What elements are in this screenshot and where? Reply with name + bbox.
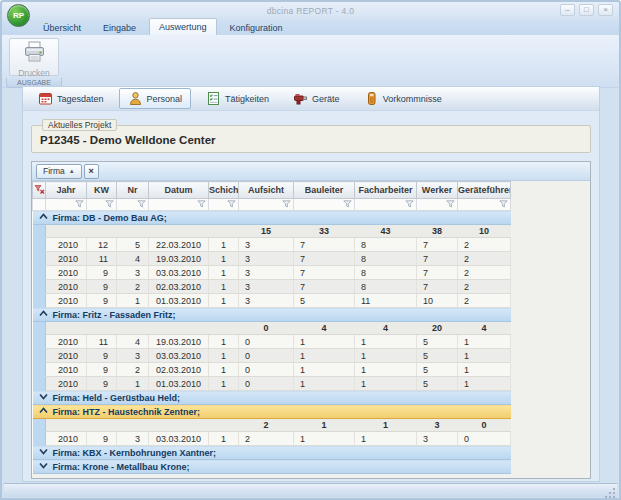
cell-geräteführer[interactable]: 2 — [458, 280, 511, 294]
cell-bauleiter[interactable]: 1 — [294, 363, 355, 377]
cell-schicht[interactable]: 1 — [209, 238, 239, 252]
cell-kw[interactable]: 9 — [87, 377, 117, 391]
app-menu-button[interactable]: RP — [7, 4, 30, 27]
group-row-cell[interactable]: Firma: Held - Gerüstbau Held; — [33, 391, 511, 405]
cell-jahr[interactable]: 2010 — [46, 252, 87, 266]
column-header-aufsicht[interactable]: Aufsicht — [239, 182, 294, 199]
cell-bauleiter[interactable]: 1 — [294, 335, 355, 349]
cell-bauleiter[interactable]: 1 — [294, 349, 355, 363]
view-tab-personal[interactable]: Personal — [119, 88, 192, 109]
filter-icon[interactable] — [499, 200, 508, 210]
collapse-icon[interactable] — [39, 212, 48, 222]
cell-datum[interactable]: 01.03.2010 — [149, 294, 209, 308]
cell-facharbeiter[interactable]: 1 — [355, 377, 417, 391]
data-row[interactable]: 20109202.03.2010101151 — [33, 363, 511, 377]
cell-aufsicht[interactable]: 0 — [239, 377, 294, 391]
cell-kw[interactable]: 9 — [87, 266, 117, 280]
cell-aufsicht[interactable]: 0 — [239, 363, 294, 377]
filter-cell-facharbeiter[interactable] — [355, 199, 417, 211]
cell-geräteführer[interactable]: 1 — [458, 335, 511, 349]
cell-bauleiter[interactable]: 1 — [294, 432, 355, 446]
cell-nr[interactable]: 1 — [117, 294, 149, 308]
cell-bauleiter[interactable]: 1 — [294, 377, 355, 391]
filter-cell-nr[interactable] — [117, 199, 149, 211]
cell-kw[interactable]: 9 — [87, 294, 117, 308]
cell-werker[interactable]: 7 — [417, 266, 458, 280]
group-row[interactable]: Firma: Held - Gerüstbau Held; — [33, 391, 511, 405]
cell-facharbeiter[interactable]: 1 — [355, 335, 417, 349]
ribbon-tab-übersicht[interactable]: Übersicht — [34, 20, 90, 35]
filter-cell-geräteführer[interactable] — [458, 199, 511, 211]
cell-kw[interactable]: 9 — [87, 280, 117, 294]
column-header-kw[interactable]: KW — [87, 182, 117, 199]
data-row[interactable]: 201011419.03.2010101151 — [33, 335, 511, 349]
minimize-button[interactable]: – — [560, 4, 575, 16]
column-header-bauleiter[interactable]: Bauleiter — [294, 182, 355, 199]
cell-kw[interactable]: 9 — [87, 349, 117, 363]
title-bar[interactable]: RP dbcina REPORT - 4.0 – □ × — [2, 2, 619, 20]
filter-icon[interactable] — [105, 200, 114, 210]
data-row[interactable]: 201011419.03.2010137872 — [33, 252, 511, 266]
cell-schicht[interactable]: 1 — [209, 432, 239, 446]
cell-bauleiter[interactable]: 7 — [294, 280, 355, 294]
cell-aufsicht[interactable]: 3 — [239, 294, 294, 308]
expand-icon[interactable] — [39, 447, 48, 457]
cell-jahr[interactable]: 2010 — [46, 432, 87, 446]
collapse-icon[interactable] — [39, 309, 48, 319]
filter-icon[interactable] — [405, 200, 414, 210]
cell-geräteführer[interactable]: 0 — [458, 432, 511, 446]
filter-cell-werker[interactable] — [417, 199, 458, 211]
cell-aufsicht[interactable]: 0 — [239, 335, 294, 349]
resize-grip[interactable] — [605, 485, 616, 496]
cell-datum[interactable]: 03.03.2010 — [149, 349, 209, 363]
cell-nr[interactable]: 1 — [117, 377, 149, 391]
cell-bauleiter[interactable]: 7 — [294, 266, 355, 280]
cell-geräteführer[interactable]: 2 — [458, 266, 511, 280]
expand-icon[interactable] — [39, 392, 48, 402]
cell-datum[interactable]: 01.03.2010 — [149, 377, 209, 391]
collapse-icon[interactable] — [39, 406, 48, 416]
filter-icon[interactable] — [227, 200, 236, 210]
cell-nr[interactable]: 3 — [117, 432, 149, 446]
cell-werker[interactable]: 7 — [417, 280, 458, 294]
column-header-geräteführer[interactable]: Geräteführer — [458, 182, 511, 199]
cell-bauleiter[interactable]: 5 — [294, 294, 355, 308]
cell-geräteführer[interactable]: 2 — [458, 294, 511, 308]
view-tab-tagesdaten[interactable]: Tagesdaten — [29, 88, 113, 109]
filter-icon[interactable] — [75, 200, 84, 210]
view-tab-tätigkeiten[interactable]: Tätigkeiten — [197, 88, 278, 109]
group-row[interactable]: Firma: DB - Demo Bau AG; — [33, 211, 511, 225]
cell-jahr[interactable]: 2010 — [46, 238, 87, 252]
column-header-jahr[interactable]: Jahr — [46, 182, 87, 199]
cell-nr[interactable]: 2 — [117, 280, 149, 294]
column-header-schicht[interactable]: Schicht — [209, 182, 239, 199]
cell-jahr[interactable]: 2010 — [46, 335, 87, 349]
cell-kw[interactable]: 12 — [87, 238, 117, 252]
cell-werker[interactable]: 7 — [417, 238, 458, 252]
cell-kw[interactable]: 9 — [87, 432, 117, 446]
filter-icon[interactable] — [197, 200, 206, 210]
filter-icon[interactable] — [282, 200, 291, 210]
group-row[interactable]: Firma: Fritz - Fassaden Fritz; — [33, 308, 511, 322]
cell-werker[interactable]: 5 — [417, 349, 458, 363]
cell-bauleiter[interactable]: 7 — [294, 252, 355, 266]
filter-cell-bauleiter[interactable] — [294, 199, 355, 211]
filter-cell-schicht[interactable] — [209, 199, 239, 211]
remove-grouping-button[interactable]: × — [84, 164, 99, 179]
filter-icon[interactable] — [137, 200, 146, 210]
cell-datum[interactable]: 19.03.2010 — [149, 335, 209, 349]
cell-nr[interactable]: 2 — [117, 363, 149, 377]
cell-datum[interactable]: 02.03.2010 — [149, 280, 209, 294]
maximize-button[interactable]: □ — [579, 4, 594, 16]
cell-nr[interactable]: 3 — [117, 349, 149, 363]
cell-schicht[interactable]: 1 — [209, 294, 239, 308]
cell-werker[interactable]: 5 — [417, 377, 458, 391]
group-by-panel[interactable]: Firma ▲ × — [32, 162, 590, 181]
cell-jahr[interactable]: 2010 — [46, 349, 87, 363]
expand-icon[interactable] — [39, 461, 48, 471]
cell-jahr[interactable]: 2010 — [46, 294, 87, 308]
cell-geräteführer[interactable]: 1 — [458, 363, 511, 377]
column-header-facharbeiter[interactable]: Facharbeiter — [355, 182, 417, 199]
filter-icon[interactable] — [446, 200, 455, 210]
cell-nr[interactable]: 3 — [117, 266, 149, 280]
